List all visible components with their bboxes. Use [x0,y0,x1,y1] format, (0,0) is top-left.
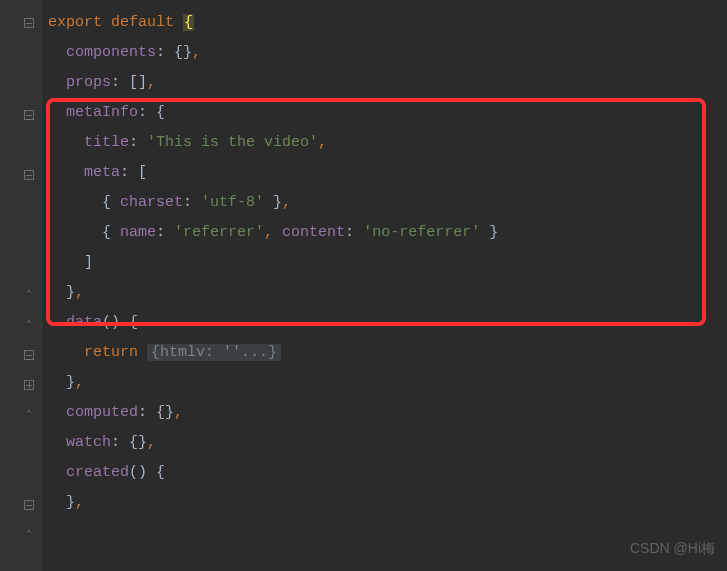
code-line[interactable]: }, [42,278,727,308]
code-line[interactable]: metaInfo: { [42,98,727,128]
fold-icon[interactable] [22,108,36,122]
fold-icon[interactable] [22,16,36,30]
code-line[interactable]: meta: [ [42,158,727,188]
code-line[interactable]: data() { [42,308,727,338]
code-line[interactable]: ] [42,248,727,278]
folded-code[interactable]: {htmlv: ''...} [147,344,281,361]
fold-close-icon[interactable]: ⌃ [22,408,36,422]
code-line[interactable]: }, [42,368,727,398]
editor-gutter: ⌃ ⌃ ⌃ ⌃ [0,0,42,571]
code-line[interactable]: watch: {}, [42,428,727,458]
fold-close-icon[interactable]: ⌃ [22,318,36,332]
code-line[interactable]: { charset: 'utf-8' }, [42,188,727,218]
code-line[interactable]: computed: {}, [42,398,727,428]
code-line[interactable]: created() { [42,458,727,488]
fold-icon[interactable] [22,498,36,512]
code-line[interactable]: export default { [42,8,727,38]
code-line[interactable]: }, [42,488,727,518]
code-line[interactable]: return {htmlv: ''...} [42,338,727,368]
fold-plus-icon[interactable] [22,378,36,392]
code-line[interactable]: props: [], [42,68,727,98]
code-line[interactable]: { name: 'referrer', content: 'no-referre… [42,218,727,248]
code-line[interactable]: title: 'This is the video', [42,128,727,158]
code-editor[interactable]: export default { components: {}, props: … [42,0,727,518]
code-line[interactable]: components: {}, [42,38,727,68]
fold-icon[interactable] [22,348,36,362]
watermark: CSDN @Hi梅 [630,533,715,563]
matched-brace: { [183,14,194,31]
fold-icon[interactable] [22,168,36,182]
fold-close-icon[interactable]: ⌃ [22,288,36,302]
fold-close-icon[interactable]: ⌃ [22,528,36,542]
